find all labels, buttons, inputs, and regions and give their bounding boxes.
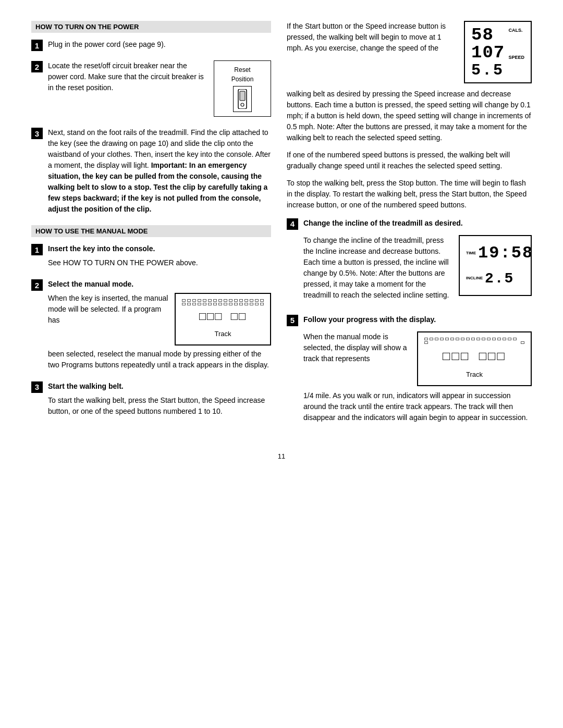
- para2: If one of the numbered speed buttons is …: [287, 150, 532, 171]
- step2-text: Locate the reset/off circuit breaker nea…: [48, 60, 206, 93]
- section2: HOW TO USE THE MANUAL MODE 1 Insert the …: [31, 225, 271, 420]
- step2-num: 2: [31, 61, 43, 72]
- manual-step3-content: Start the walking belt. To start the wal…: [48, 381, 271, 420]
- lcd-top-nums: 58 107: [471, 26, 507, 61]
- manual-step2-text1: When the key is inserted, the manual mod…: [48, 293, 168, 326]
- manual-step1-text: See HOW TO TURN ON THE POWER above.: [48, 257, 271, 268]
- track-label-small: Track: [182, 329, 264, 339]
- step1-content: Plug in the power cord (see page 9).: [48, 39, 271, 53]
- page: HOW TO TURN ON THE POWER 1 Plug in the p…: [0, 0, 563, 728]
- track-top-dots2: [182, 303, 264, 305]
- manual-step1-num: 1: [31, 244, 43, 255]
- track-display-small: □□□ □□ Track: [175, 293, 271, 346]
- step3-content: Next, stand on the foot rails of the tre…: [48, 127, 271, 218]
- step4-num: 4: [287, 218, 298, 230]
- reset-position-box: ResetPosition: [214, 60, 271, 117]
- step5-block: 5 Follow your progress with the display.…: [287, 314, 532, 429]
- time-tag: TIME: [466, 250, 476, 256]
- step5-num: 5: [287, 315, 298, 326]
- step1-text: Plug in the power cord (see page 9).: [48, 39, 271, 50]
- manual-step3-text: To start the walking belt, press the Sta…: [48, 395, 271, 417]
- intro-text1: If the Start button or the Speed increas…: [287, 21, 457, 54]
- manual-step3-block: 3 Start the walking belt. To start the w…: [31, 381, 271, 420]
- manual-step2-text2: been selected, reselect the manual mode …: [48, 349, 271, 371]
- step1-block: 1 Plug in the power cord (see page 9).: [31, 39, 271, 53]
- cals-label: CALS.: [508, 27, 524, 34]
- intro-text2: walking belt as desired by pressing the …: [287, 89, 532, 143]
- manual-step3-label: Start the walking belt.: [48, 382, 124, 390]
- incline-tag: INCLINE: [466, 275, 483, 281]
- track-display-large: □□□ □□□ Track: [417, 331, 532, 386]
- manual-step1-block: 1 Insert the key into the console. See H…: [31, 243, 271, 272]
- step5-label: Follow your progress with the display.: [303, 315, 436, 324]
- step1-num: 1: [31, 40, 43, 51]
- manual-step2-content: Select the manual mode. When the key is …: [48, 279, 271, 374]
- manual-step2-block: 2 Select the manual mode. When the key i…: [31, 279, 271, 374]
- page-number: 11: [31, 452, 532, 460]
- manual-step2-label: Select the manual mode.: [48, 280, 133, 288]
- step3-num: 3: [31, 128, 43, 139]
- track-top-dots: [182, 299, 264, 302]
- step2-content: Locate the reset/off circuit breaker nea…: [48, 60, 271, 120]
- step5-inner: When the manual mode is selected, the di…: [303, 331, 532, 386]
- step2-block: 2 Locate the reset/off circuit breaker n…: [31, 60, 271, 120]
- step5-text2: 1/4 mile. As you walk or run, indicators…: [303, 390, 532, 423]
- lcd-bottom-nums: 5.5: [471, 63, 507, 78]
- track-mid-dots: [424, 341, 524, 344]
- incline-row: INCLINE 2.5: [466, 267, 524, 290]
- manual-step1-content: Insert the key into the console. See HOW…: [48, 243, 271, 272]
- step4-inner: To change the incline of the treadmill, …: [303, 235, 532, 307]
- step5-text1: When the manual mode is selected, the di…: [303, 331, 410, 364]
- track-icons-row: □□□ □□: [182, 309, 264, 326]
- step3-text1: Next, stand on the foot rails of the tre…: [48, 127, 271, 215]
- time-row: TIME 19:58: [466, 240, 524, 266]
- section2-header: HOW TO USE THE MANUAL MODE: [31, 225, 271, 237]
- para3: To stop the walking belt, press the Stop…: [287, 178, 532, 211]
- svg-rect-1: [240, 91, 245, 101]
- time-val: 19:58: [478, 240, 533, 266]
- track-large-dots1: [424, 338, 524, 340]
- speed-label: SPEED: [508, 54, 524, 61]
- section1: HOW TO TURN ON THE POWER 1 Plug in the p…: [31, 21, 271, 218]
- incline-display: TIME 19:58 INCLINE 2.5: [459, 235, 532, 296]
- step4-text: To change the incline of the treadmill, …: [303, 235, 451, 301]
- left-column: HOW TO TURN ON THE POWER 1 Plug in the p…: [31, 21, 271, 437]
- section1-header: HOW TO TURN ON THE POWER: [31, 21, 271, 33]
- step4-content: Change the incline of the treadmill as d…: [303, 218, 532, 307]
- manual-step1-label: Insert the key into the console.: [48, 244, 155, 253]
- step5-content: Follow your progress with the display. W…: [303, 314, 532, 429]
- svg-point-2: [241, 103, 244, 106]
- track-label-large: Track: [424, 369, 524, 380]
- right-column: If the Start button or the Speed increas…: [287, 21, 532, 437]
- reset-label: ResetPosition: [231, 65, 254, 84]
- step5-text-block: When the manual mode is selected, the di…: [303, 331, 410, 371]
- step4-label: Change the incline of the treadmill as d…: [303, 219, 463, 227]
- incline-val: 2.5: [485, 267, 514, 290]
- track-large-icons: □□□ □□□: [424, 347, 524, 366]
- lcd-speed-display: 58 107 5.5 CALS. SPEED: [464, 21, 532, 83]
- intro-block: If the Start button or the Speed increas…: [287, 21, 532, 83]
- manual-step3-num: 3: [31, 381, 43, 393]
- step3-block: 3 Next, stand on the foot rails of the t…: [31, 127, 271, 218]
- reset-icon: [233, 86, 252, 112]
- step4-block: 4 Change the incline of the treadmill as…: [287, 218, 532, 307]
- manual-step2-num: 2: [31, 279, 43, 291]
